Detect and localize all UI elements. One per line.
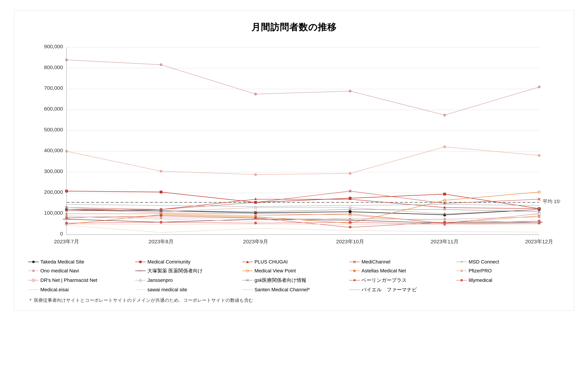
legend-medichannel: MediChannel	[349, 259, 453, 265]
svg-text:✱: ✱	[460, 260, 463, 263]
legend-boehringer: ✱ ベーリンガープラス	[349, 277, 453, 283]
svg-point-163	[460, 279, 463, 282]
svg-rect-41	[160, 191, 163, 194]
svg-rect-44	[443, 193, 446, 195]
svg-point-125	[160, 221, 163, 223]
legend-medical-view-point: Medical View Point	[242, 267, 346, 274]
svg-text:400,000: 400,000	[44, 147, 63, 153]
svg-text:2023年10月: 2023年10月	[336, 239, 364, 244]
svg-rect-135	[139, 261, 142, 263]
svg-point-35	[160, 170, 163, 173]
svg-text:500,000: 500,000	[44, 127, 63, 132]
legend-bayer: バイエル ファーマナビ	[349, 286, 453, 293]
svg-point-127	[349, 221, 352, 223]
chart-container: 月間訪問者数の推移 900,000 800,000 700,000 600,00…	[14, 11, 574, 310]
svg-text:800,000: 800,000	[44, 64, 63, 70]
svg-point-30	[254, 93, 257, 96]
svg-point-32	[443, 114, 446, 117]
legend-medical-community: Medical Community	[135, 259, 239, 265]
legend-sawai: sawai medical site	[135, 286, 239, 293]
svg-text:0: 0	[60, 231, 63, 237]
svg-text:✱: ✱	[349, 225, 352, 229]
legend-lilly: lillymedical	[456, 277, 560, 283]
chart-svg: 900,000 800,000 700,000 600,000 500,000 …	[28, 42, 560, 252]
svg-text:100,000: 100,000	[44, 210, 63, 216]
svg-point-39	[538, 154, 541, 157]
chart-title: 月間訪問者数の推移	[28, 21, 560, 33]
svg-marker-54	[254, 198, 257, 200]
svg-text:700,000: 700,000	[44, 85, 63, 91]
svg-point-93	[538, 216, 540, 218]
svg-point-33	[538, 85, 541, 88]
svg-point-31	[349, 90, 352, 93]
svg-point-91	[349, 218, 351, 221]
legend-plus-chugai: PLUS CHUGAI	[242, 259, 346, 265]
legend-santen: Santen Medical Channel*	[242, 286, 346, 293]
svg-text:2023年12月: 2023年12月	[525, 239, 553, 244]
legend-drs-net: DR's Net | Pharmacist Net	[28, 277, 132, 283]
svg-point-152	[460, 270, 463, 272]
svg-text:✱: ✱	[159, 214, 163, 218]
chart-area: 900,000 800,000 700,000 600,000 500,000 …	[28, 42, 560, 252]
svg-point-144	[32, 270, 35, 272]
svg-text:600,000: 600,000	[44, 106, 63, 112]
svg-point-29	[160, 63, 163, 66]
legend-eisai: Medical.eisai	[28, 286, 132, 293]
legend-area: Takeda Medical Site Medical Community PL…	[28, 259, 560, 293]
svg-marker-103	[349, 206, 351, 208]
footnote: ＊ 医療従事者向けサイトとコーポレートサイトのドメインが共通のため、コーポレート…	[28, 297, 560, 303]
svg-point-133	[32, 261, 35, 263]
svg-text:300,000: 300,000	[44, 168, 63, 174]
svg-marker-102	[254, 206, 257, 208]
legend-janssen: Janssenpro	[135, 277, 239, 283]
legend-astellas: Astellas Medical Net	[349, 267, 453, 274]
legend-ono: Ono medical Navi	[28, 267, 132, 274]
svg-text:2023年11月: 2023年11月	[430, 239, 459, 244]
svg-text:✱: ✱	[353, 279, 356, 282]
svg-text:200,000: 200,000	[44, 189, 63, 195]
svg-text:2023年7月: 2023年7月	[54, 239, 79, 244]
svg-point-36	[254, 173, 257, 176]
svg-point-37	[349, 172, 352, 175]
legend-takeda: Takeda Medical Site	[28, 259, 132, 265]
svg-marker-56	[443, 206, 446, 208]
svg-text:2023年9月: 2023年9月	[243, 239, 268, 244]
legend-pfizer: PfizerPRO	[456, 267, 560, 274]
legend-gsk: gsk医療関係者向け情報	[242, 277, 346, 283]
svg-text:平均 155,100: 平均 155,100	[543, 199, 560, 204]
svg-text:✱: ✱	[254, 216, 257, 220]
legend-msd-connect: ✱ MSD Connect	[456, 259, 560, 265]
svg-text:900,000: 900,000	[44, 43, 63, 49]
svg-point-150	[353, 270, 356, 272]
legend-otsuka: 大塚製薬 医薬関係者向け	[135, 267, 239, 274]
svg-text:2023年8月: 2023年8月	[148, 239, 173, 244]
svg-point-38	[443, 145, 446, 148]
